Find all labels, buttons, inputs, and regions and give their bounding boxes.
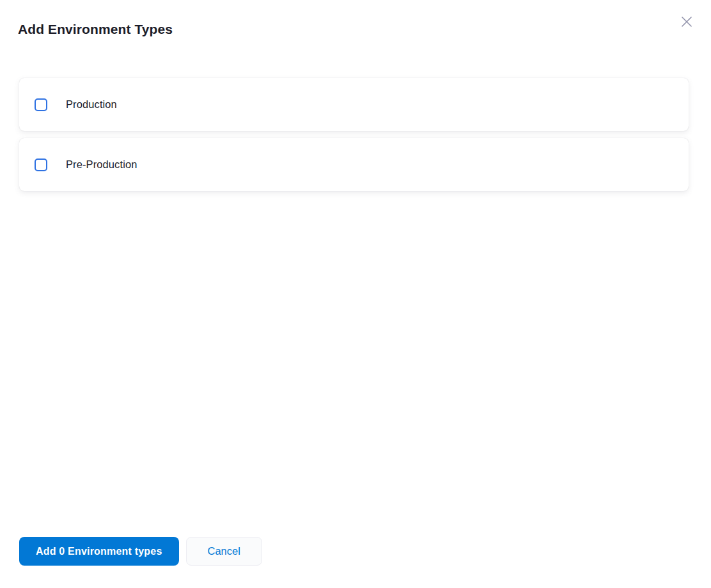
pre-production-checkbox[interactable] <box>35 159 47 171</box>
add-environment-types-button[interactable]: Add 0 Environment types <box>19 537 179 566</box>
modal-header: Add Environment Types <box>0 0 711 38</box>
environment-type-label: Pre-Production <box>66 159 137 171</box>
close-button[interactable] <box>678 13 696 31</box>
add-environment-types-modal: Add Environment Types Production Pre-Pro… <box>0 0 711 588</box>
cancel-button[interactable]: Cancel <box>186 537 262 566</box>
list-item-pre-production[interactable]: Pre-Production <box>19 138 689 191</box>
close-icon <box>679 14 694 29</box>
modal-footer: Add 0 Environment types Cancel <box>0 537 711 588</box>
production-checkbox[interactable] <box>35 98 47 111</box>
modal-title: Add Environment Types <box>18 20 693 38</box>
modal-body-spacer <box>0 191 711 537</box>
list-item-production[interactable]: Production <box>19 78 689 131</box>
environment-type-list: Production Pre-Production <box>19 78 689 191</box>
environment-type-label: Production <box>66 98 117 111</box>
